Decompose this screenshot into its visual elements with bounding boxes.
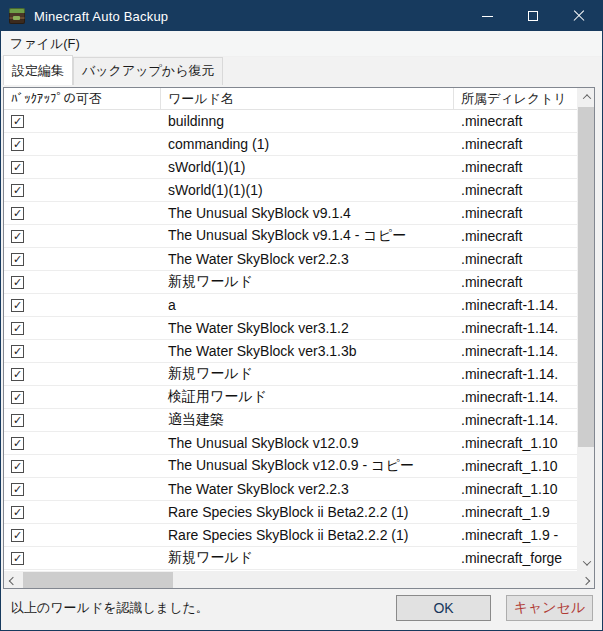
close-button[interactable] [556,1,602,31]
menu-file[interactable]: ファイル(F) [3,35,87,53]
backup-checkbox[interactable]: ✓ [11,414,24,427]
backup-checkbox[interactable]: ✓ [11,460,24,473]
table-row[interactable]: ✓ 新規ワールド .minecraft_forge [4,547,577,570]
scroll-right-button[interactable] [577,572,594,589]
backup-checkbox[interactable]: ✓ [11,437,24,450]
world-name-cell: The Water SkyBlock ver2.2.3 [161,478,454,500]
checkmark-icon: ✓ [13,161,22,172]
table-row[interactable]: ✓ buildinng .minecraft [4,110,577,133]
backup-enabled-cell: ✓ [4,547,161,569]
backup-checkbox[interactable]: ✓ [11,230,24,243]
window-controls [464,1,602,31]
backup-checkbox[interactable]: ✓ [11,529,24,542]
checkmark-icon: ✓ [13,138,22,149]
horizontal-scroll-thumb[interactable] [23,572,173,589]
table-row[interactable]: ✓ sWorld(1)(1)(1) .minecraft [4,179,577,202]
minimize-button[interactable] [464,1,510,31]
tab-settings-edit[interactable]: 設定編集 [3,55,73,85]
backup-checkbox[interactable]: ✓ [11,299,24,312]
backup-checkbox[interactable]: ✓ [11,161,24,174]
backup-checkbox[interactable]: ✓ [11,483,24,496]
backup-checkbox[interactable]: ✓ [11,506,24,519]
world-name-cell: 新規ワールド [161,363,454,385]
table-row[interactable]: ✓ The Unusual SkyBlock v9.1.4 .minecraft [4,202,577,225]
window-title: Minecraft Auto Backup [34,9,168,24]
table-row[interactable]: ✓ a .minecraft-1.14. [4,294,577,317]
directory-cell: .minecraft-1.14. [454,386,577,408]
table-row[interactable]: ✓ The Water SkyBlock ver2.2.3 .minecraft [4,248,577,271]
maximize-icon [528,11,538,21]
chevron-down-icon [582,557,590,565]
backup-enabled-cell: ✓ [4,363,161,385]
horizontal-scroll-track[interactable] [21,572,577,588]
directory-cell: .minecraft [454,248,577,270]
status-bar: 以上のワールドを認識しました。 OK キャンセル [2,590,601,630]
tabstrip: 設定編集 バックアップから復元 [1,57,602,85]
checkmark-icon: ✓ [13,460,22,471]
scroll-up-button[interactable] [578,88,595,105]
close-icon [573,10,585,22]
table-row[interactable]: ✓ Rare Species SkyBlock ii Beta2.2.2 (1)… [4,524,577,547]
table-row[interactable]: ✓ 新規ワールド .minecraft [4,271,577,294]
backup-enabled-cell: ✓ [4,202,161,224]
table-row[interactable]: ✓ The Unusual SkyBlock v12.0.9 .minecraf… [4,432,577,455]
table-row[interactable]: ✓ 新規ワールド .minecraft-1.14. [4,363,577,386]
table-row[interactable]: ✓ The Unusual SkyBlock v9.1.4 - コピー .min… [4,225,577,248]
table-row[interactable]: ✓ sWorld(1)(1) .minecraft [4,156,577,179]
backup-checkbox[interactable]: ✓ [11,253,24,266]
backup-checkbox[interactable]: ✓ [11,345,24,358]
table-row[interactable]: ✓ The Unusual SkyBlock v12.0.9 - コピー .mi… [4,455,577,478]
world-name-cell: 新規ワールド [161,271,454,293]
checkmark-icon: ✓ [13,368,22,379]
checkmark-icon: ✓ [13,230,22,241]
horizontal-scrollbar[interactable] [4,571,594,588]
checkmark-icon: ✓ [13,529,22,540]
app-window: Minecraft Auto Backup ファイル(F) 設定編集 バックアッ… [0,0,603,631]
checkmark-icon: ✓ [13,253,22,264]
column-header-backup-enabled[interactable]: ﾊﾞｯｸｱｯﾌﾟの可否 [4,88,161,109]
tab-restore-from-backup[interactable]: バックアップから復元 [73,57,223,85]
backup-checkbox[interactable]: ✓ [11,322,24,335]
vertical-scroll-track[interactable] [578,105,594,554]
table-row[interactable]: ✓ 適当建築 .minecraft-1.14. [4,409,577,432]
cancel-button[interactable]: キャンセル [506,595,593,621]
world-name-cell: The Unusual SkyBlock v12.0.9 - コピー [161,455,454,477]
vertical-scroll-thumb[interactable] [578,107,595,447]
backup-enabled-cell: ✓ [4,271,161,293]
backup-checkbox[interactable]: ✓ [11,184,24,197]
ok-button[interactable]: OK [396,595,491,621]
world-name-cell: The Water SkyBlock ver2.2.3 [161,248,454,270]
backup-checkbox[interactable]: ✓ [11,138,24,151]
table-body: ✓ buildinng .minecraft ✓ commanding (1) … [4,110,577,571]
backup-enabled-cell: ✓ [4,110,161,132]
table-header: ﾊﾞｯｸｱｯﾌﾟの可否 ワールド名 所属ディレクトリ [4,88,577,110]
directory-cell: .minecraft [454,202,577,224]
table-row[interactable]: ✓ commanding (1) .minecraft [4,133,577,156]
backup-enabled-cell: ✓ [4,501,161,523]
table-row[interactable]: ✓ 検証用ワールド .minecraft-1.14. [4,386,577,409]
directory-cell: .minecraft-1.14. [454,409,577,431]
backup-checkbox[interactable]: ✓ [11,552,24,565]
table-row[interactable]: ✓ The Water SkyBlock ver2.2.3 .minecraft… [4,478,577,501]
chevron-right-icon [581,576,589,584]
vertical-scrollbar[interactable] [577,88,594,571]
table-row[interactable]: ✓ The Water SkyBlock ver3.1.3b .minecraf… [4,340,577,363]
scroll-left-button[interactable] [4,572,21,589]
backup-checkbox[interactable]: ✓ [11,115,24,128]
backup-checkbox[interactable]: ✓ [11,207,24,220]
table-row[interactable]: ✓ The Water SkyBlock ver3.1.2 .minecraft… [4,317,577,340]
backup-checkbox[interactable]: ✓ [11,368,24,381]
checkmark-icon: ✓ [13,391,22,402]
backup-checkbox[interactable]: ✓ [11,276,24,289]
backup-checkbox[interactable]: ✓ [11,391,24,404]
column-header-world-name[interactable]: ワールド名 [161,88,454,109]
checkmark-icon: ✓ [13,483,22,494]
maximize-button[interactable] [510,1,556,31]
table-row[interactable]: ✓ Rare Species SkyBlock ii Beta2.2.2 (1)… [4,501,577,524]
checkmark-icon: ✓ [13,552,22,563]
world-name-cell: The Unusual SkyBlock v9.1.4 [161,202,454,224]
column-header-directory[interactable]: 所属ディレクトリ [454,88,577,109]
scroll-down-button[interactable] [578,554,595,571]
backup-enabled-cell: ✓ [4,386,161,408]
checkmark-icon: ✓ [13,299,22,310]
